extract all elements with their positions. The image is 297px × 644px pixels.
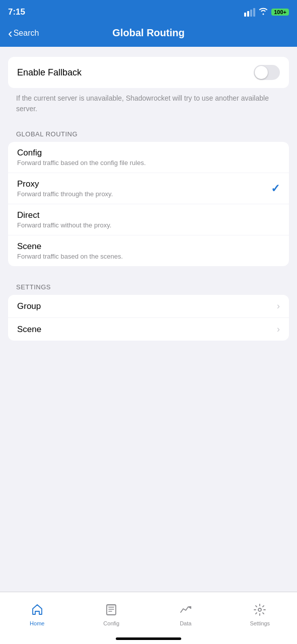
data-icon: [179, 603, 192, 618]
global-routing-section-header: GLOBAL ROUTING: [8, 123, 289, 142]
routing-option-proxy-content: Proxy Forward traffic through the proxy.: [17, 179, 113, 198]
routing-direct-title: Direct: [17, 210, 111, 220]
back-arrow-icon: ‹: [8, 27, 13, 40]
routing-proxy-checkmark: ✓: [271, 182, 280, 195]
tab-config[interactable]: Config: [75, 592, 149, 633]
routing-config-subtitle: Forward traffic based on the config file…: [17, 159, 146, 167]
wifi-icon: [258, 7, 268, 17]
tab-home[interactable]: Home: [0, 592, 75, 633]
routing-option-direct-content: Direct Forward traffic without the proxy…: [17, 210, 111, 229]
settings-scene-chevron-icon: ›: [277, 324, 280, 335]
fallback-toggle[interactable]: [254, 65, 280, 80]
routing-proxy-subtitle: Forward traffic through the proxy.: [17, 190, 113, 198]
content-area: Enable Fallback If the current server is…: [0, 47, 297, 468]
status-icons: 100+: [244, 7, 289, 17]
tab-settings-label: Settings: [250, 620, 270, 626]
status-time: 7:15: [8, 7, 25, 17]
routing-option-config[interactable]: Config Forward traffic based on the conf…: [8, 142, 289, 173]
settings-scene-label: Scene: [17, 325, 41, 335]
settings-group-chevron-icon: ›: [277, 301, 280, 311]
home-indicator-bar: [116, 637, 181, 640]
battery-indicator: 100+: [271, 9, 289, 16]
routing-option-config-content: Config Forward traffic based on the conf…: [17, 148, 146, 167]
routing-option-scene-content: Scene Forward traffic based on the scene…: [17, 242, 123, 260]
global-routing-card: Config Forward traffic based on the conf…: [8, 142, 289, 266]
settings-icon: [253, 603, 266, 618]
routing-scene-subtitle: Forward traffic based on the scenes.: [17, 253, 123, 260]
home-indicator: [0, 633, 297, 644]
settings-scene-row[interactable]: Scene ›: [8, 317, 289, 341]
routing-config-title: Config: [17, 148, 146, 158]
settings-card: Group › Scene ›: [8, 295, 289, 341]
tab-bar: Home Config Data Settin: [0, 592, 297, 633]
routing-scene-title: Scene: [17, 242, 123, 252]
tab-data[interactable]: Data: [148, 592, 223, 633]
routing-proxy-title: Proxy: [17, 179, 113, 189]
settings-group-label: Group: [17, 301, 41, 311]
tab-data-label: Data: [180, 620, 191, 626]
routing-option-direct[interactable]: Direct Forward traffic without the proxy…: [8, 204, 289, 235]
svg-point-3: [258, 608, 261, 611]
nav-header: ‹ Search Global Routing: [0, 22, 297, 47]
fallback-description: If the current server is unavailable, Sh…: [8, 92, 289, 123]
status-bar: 7:15 100+: [0, 0, 297, 22]
config-icon: [105, 603, 118, 618]
back-label: Search: [14, 29, 39, 38]
tab-config-label: Config: [103, 620, 119, 626]
routing-option-scene[interactable]: Scene Forward traffic based on the scene…: [8, 235, 289, 266]
toggle-knob: [255, 66, 268, 79]
fallback-label: Enable Fallback: [17, 67, 82, 78]
settings-section-header: SETTINGS: [8, 276, 289, 295]
home-icon: [31, 603, 44, 618]
routing-direct-subtitle: Forward traffic without the proxy.: [17, 221, 111, 229]
tab-settings[interactable]: Settings: [223, 592, 298, 633]
fallback-card: Enable Fallback: [8, 57, 289, 88]
page-title: Global Routing: [112, 27, 184, 39]
fallback-toggle-row[interactable]: Enable Fallback: [8, 57, 289, 88]
routing-option-proxy[interactable]: Proxy Forward traffic through the proxy.…: [8, 173, 289, 204]
tab-home-label: Home: [30, 620, 44, 626]
signal-icon: [244, 8, 255, 17]
settings-group-row[interactable]: Group ›: [8, 295, 289, 317]
back-button[interactable]: ‹ Search: [8, 27, 39, 40]
